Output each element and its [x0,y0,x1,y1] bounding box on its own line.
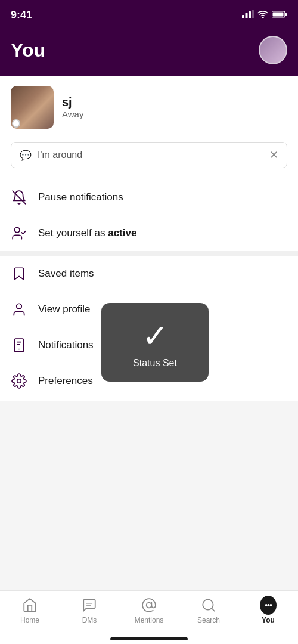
toast-label: Status Set [133,358,177,369]
header-avatar-image [260,37,286,63]
svg-rect-0 [242,15,244,18]
svg-point-13 [17,379,21,383]
svg-rect-2 [249,11,251,18]
svg-point-14 [147,603,152,608]
svg-point-9 [14,227,20,233]
status-bubble-icon: 💬 [20,150,32,161]
signal-icon [242,10,254,20]
svg-rect-1 [246,13,248,18]
you-avatar-circle: ••• [260,596,277,615]
dms-icon [81,597,98,614]
profile-presence-status: Away [62,109,83,119]
page-title: You [11,39,45,61]
menu-item-pause-notifications[interactable]: Pause notifications [0,179,298,215]
notifications-label: Notifications [38,339,94,351]
svg-point-10 [17,304,22,309]
home-indicator [110,637,188,640]
you-avatar-dots: ••• [265,600,272,610]
bookmark-icon [11,265,27,282]
nav-label-you: You [262,616,275,624]
svg-point-4 [262,17,263,18]
svg-line-16 [212,608,215,611]
set-active-bold: active [108,227,136,239]
nav-item-mentions[interactable]: Mentions [119,597,179,624]
person-icon [11,301,27,318]
person-check-icon [11,225,27,242]
svg-rect-6 [285,13,287,16]
svg-rect-3 [252,10,254,18]
toast-checkmark-icon: ✓ [142,320,169,352]
status-icons [242,10,287,20]
nav-label-search: Search [197,616,220,624]
status-set-toast: ✓ Status Set [101,303,209,382]
at-icon [141,597,157,614]
nav-item-search[interactable]: Search [179,597,238,624]
menu-item-saved-items[interactable]: Saved items [0,256,298,292]
preferences-label: Preferences [38,375,93,387]
profile-avatar-wrapper [11,86,54,129]
nav-label-mentions: Mentions [135,616,164,624]
nav-item-dms[interactable]: DMs [60,597,119,624]
nav-label-home: Home [20,616,39,624]
status-time: 9:41 [11,9,32,21]
gear-icon [11,373,27,389]
nav-item-you[interactable]: ••• You [238,597,298,624]
status-input-text[interactable]: I'm around [38,150,269,160]
presence-indicator [12,119,20,128]
profile-section: sj Away [0,76,298,138]
menu-item-set-active[interactable]: Set yourself as active [0,215,298,251]
battery-icon [272,10,287,20]
bell-pause-icon [11,189,27,206]
you-avatar-icon: ••• [260,597,277,614]
home-icon [21,597,38,614]
status-bar: 9:41 [0,0,298,30]
wifi-icon [257,10,268,20]
pause-notifications-label: Pause notifications [38,191,123,203]
view-profile-label: View profile [38,304,91,315]
svg-rect-11 [14,339,23,352]
status-input-container[interactable]: 💬 I'm around ✕ [11,142,287,168]
profile-name: sj [62,95,83,109]
profile-info: sj Away [62,95,83,119]
main-content: sj Away 💬 I'm around ✕ Pause notificatio… [0,76,298,401]
clear-status-button[interactable]: ✕ [269,148,278,162]
bottom-navigation: Home DMs Mentions Search [0,590,298,644]
saved-items-label: Saved items [38,268,94,280]
nav-label-dms: DMs [82,616,97,624]
header-avatar[interactable] [259,36,287,64]
nav-item-home[interactable]: Home [0,597,60,624]
search-icon [200,597,217,614]
page-header: You [0,30,298,76]
section-divider-2 [0,251,298,256]
bell-mobile-icon [11,337,27,354]
set-active-label: Set yourself as active [38,227,136,239]
svg-rect-7 [273,12,284,16]
